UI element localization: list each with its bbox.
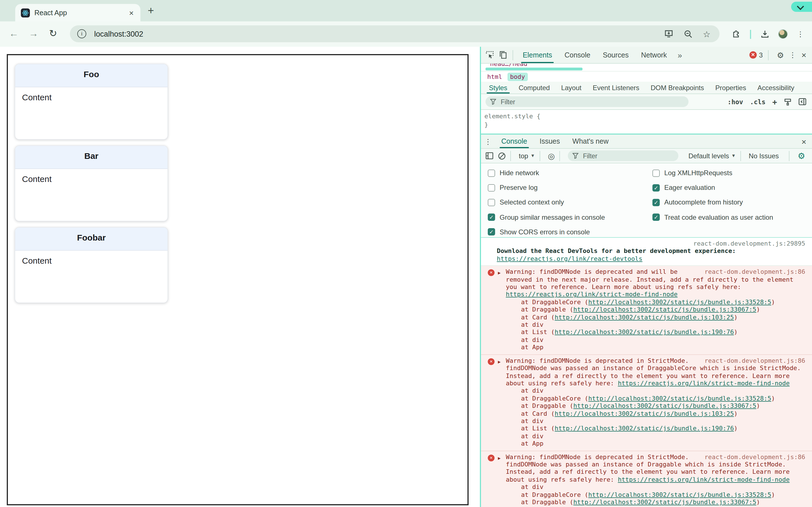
error-count-badge[interactable]: ✕ 3 [749, 51, 763, 59]
checked-checkbox-icon[interactable]: ✓ [652, 199, 660, 206]
new-style-rule-button[interactable]: + [772, 97, 777, 106]
checkbox-treat-code-evaluation-as-user-action[interactable]: ✓Treat code evaluation as user action [652, 210, 773, 224]
bookmark-star-icon[interactable]: ☆ [703, 30, 711, 38]
drawer-tab-issues[interactable]: Issues [534, 135, 566, 148]
extensions-puzzle-icon[interactable] [732, 30, 741, 38]
styles-tab-styles[interactable]: Styles [483, 82, 513, 94]
message-source-link[interactable]: react-dom.development.js:86 [704, 268, 805, 276]
checked-checkbox-icon[interactable]: ✓ [652, 184, 660, 191]
checkbox-selected-context-only[interactable]: Selected context only [488, 195, 605, 210]
unchecked-checkbox-icon[interactable] [488, 169, 495, 177]
console-settings-gear-icon[interactable]: ⚙ [798, 152, 805, 160]
bundle-source-link[interactable]: http://localhost:3002/static/js/bundle.j… [573, 499, 756, 506]
devtools-tab-sources[interactable]: Sources [597, 47, 635, 63]
styles-tab-properties[interactable]: Properties [710, 82, 752, 94]
checkbox-preserve-log[interactable]: Preserve log [488, 180, 605, 195]
bundle-source-link[interactable]: http://localhost:3002/static/js/bundle.j… [573, 306, 756, 314]
toggle-class-button[interactable]: .cls [750, 98, 765, 106]
clear-console-icon[interactable] [498, 152, 506, 160]
console-sidebar-icon[interactable] [486, 152, 493, 159]
url-input[interactable] [93, 29, 664, 39]
sidebar-toggle-icon[interactable] [799, 98, 806, 105]
bundle-source-link[interactable]: http://localhost:3002/static/js/bundle.j… [573, 402, 756, 409]
message-source-link[interactable]: react-dom.development.js:86 [704, 357, 805, 364]
issues-counter[interactable]: No Issues [749, 152, 779, 160]
devtools-settings-gear-icon[interactable]: ⚙ [777, 51, 784, 59]
downloads-icon[interactable] [761, 30, 769, 38]
devtools-close-icon[interactable]: × [801, 51, 806, 59]
checkbox-show-cors-errors-in-console[interactable]: ✓Show CORS errors in console [488, 225, 605, 239]
browser-tab[interactable]: React App × [15, 4, 140, 21]
console-filter[interactable] [568, 151, 678, 161]
message-link[interactable]: https://reactjs.org/link/strict-mode-fin… [618, 476, 790, 483]
more-tabs-icon[interactable]: » [673, 50, 687, 59]
card-foo[interactable]: Foo Content [15, 64, 168, 140]
message-link[interactable]: https://reactjs.org/link/strict-mode-fin… [506, 291, 677, 298]
checkbox-group-similar-messages-in-console[interactable]: ✓Group similar messages in console [488, 210, 605, 224]
styles-tab-accessibility[interactable]: Accessibility [752, 82, 800, 94]
checked-checkbox-icon[interactable]: ✓ [488, 214, 495, 221]
card-bar[interactable]: Bar Content [15, 145, 168, 221]
profile-avatar[interactable] [779, 30, 787, 38]
live-expression-eye-icon[interactable]: ◎ [548, 151, 555, 160]
styles-tab-computed[interactable]: Computed [513, 82, 555, 94]
site-info-icon[interactable]: i [77, 29, 86, 38]
expand-caret-icon[interactable]: ▶ [498, 454, 501, 462]
card-foobar[interactable]: Foobar Content [15, 227, 168, 303]
tab-close-icon[interactable]: × [128, 8, 135, 17]
device-toolbar-icon[interactable] [499, 51, 507, 59]
devtools-menu-kebab-icon[interactable]: ⋮ [789, 51, 796, 59]
styles-tab-dom-breakpoints[interactable]: DOM Breakpoints [645, 82, 710, 94]
inspect-element-icon[interactable] [486, 51, 494, 59]
bundle-source-link[interactable]: http://localhost:3002/static/js/bundle.j… [588, 491, 771, 498]
unchecked-checkbox-icon[interactable] [488, 199, 495, 206]
drawer-tab-console[interactable]: Console [495, 135, 534, 148]
elements-tree[interactable]: head…/head [481, 64, 812, 71]
log-levels-selector[interactable]: Default levels▼ [689, 152, 736, 160]
forward-button[interactable]: → [29, 27, 38, 40]
drawer-close-icon[interactable]: × [801, 137, 806, 146]
window-chevron-button[interactable] [791, 2, 812, 12]
toggle-hover-state-button[interactable]: :hov [727, 98, 743, 106]
rendering-brush-icon[interactable] [784, 98, 792, 106]
checked-checkbox-icon[interactable]: ✓ [488, 228, 495, 236]
drawer-kebab-icon[interactable]: ⋮ [485, 138, 492, 145]
message-source-link[interactable]: react-dom.development.js:86 [704, 453, 805, 461]
unchecked-checkbox-icon[interactable] [488, 184, 495, 191]
unchecked-checkbox-icon[interactable] [652, 169, 660, 177]
checkbox-eager-evaluation[interactable]: ✓Eager evaluation [652, 180, 773, 195]
message-source-link[interactable]: react-dom.development.js:29895 [693, 240, 805, 247]
zoom-icon[interactable] [684, 30, 692, 38]
breadcrumb-body[interactable]: body [507, 72, 528, 81]
devtools-tab-console[interactable]: Console [558, 47, 597, 63]
url-bar[interactable]: i ☆ [70, 25, 719, 42]
breadcrumb-html[interactable]: html [485, 72, 505, 81]
drawer-tab-what-s-new[interactable]: What's new [566, 135, 615, 148]
message-link[interactable]: https://reactjs.org/link/react-devtools [497, 255, 643, 263]
devtools-tab-network[interactable]: Network [635, 47, 673, 63]
devtools-tab-elements[interactable]: Elements [516, 47, 558, 63]
bundle-source-link[interactable]: http://localhost:3002/static/js/bundle.j… [555, 410, 734, 417]
styles-tab-layout[interactable]: Layout [555, 82, 587, 94]
checkbox-hide-network[interactable]: Hide network [488, 166, 605, 180]
styles-tab-event-listeners[interactable]: Event Listeners [587, 82, 645, 94]
checkbox-autocomplete-from-history[interactable]: ✓Autocomplete from history [652, 195, 773, 210]
bundle-source-link[interactable]: http://localhost:3002/static/js/bundle.j… [588, 298, 771, 306]
expand-caret-icon[interactable]: ▶ [498, 358, 501, 365]
checkbox-log-xmlhttprequests[interactable]: Log XMLHttpRequests [652, 166, 773, 180]
reload-button[interactable]: ↻ [49, 27, 57, 40]
console-filter-input[interactable] [582, 152, 674, 160]
bundle-source-link[interactable]: http://localhost:3002/static/js/bundle.j… [555, 425, 734, 432]
bundle-source-link[interactable]: http://localhost:3002/static/js/bundle.j… [555, 329, 734, 336]
message-link[interactable]: https://reactjs.org/link/strict-mode-fin… [618, 380, 790, 387]
styles-filter[interactable] [486, 96, 689, 107]
install-app-icon[interactable] [664, 30, 673, 38]
styles-pane[interactable]: element.style { } [481, 110, 812, 133]
bundle-source-link[interactable]: http://localhost:3002/static/js/bundle.j… [588, 395, 771, 402]
context-selector[interactable]: top▼ [519, 152, 535, 160]
checked-checkbox-icon[interactable]: ✓ [652, 214, 660, 221]
expand-caret-icon[interactable]: ▶ [498, 269, 501, 277]
browser-menu-kebab-icon[interactable]: ⋮ [797, 31, 804, 38]
bundle-source-link[interactable]: http://localhost:3002/static/js/bundle.j… [555, 314, 734, 321]
back-button[interactable]: ← [9, 27, 18, 40]
